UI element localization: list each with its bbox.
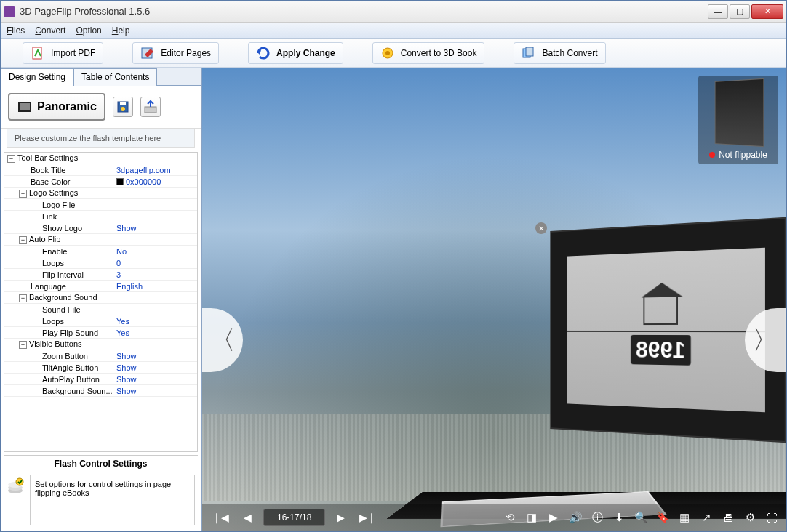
prop-flip-interval-value[interactable]: 3 [113,270,197,279]
svg-point-15 [16,478,23,485]
prop-logo-file-label: Logo File [4,201,113,209]
import-pdf-label: Import PDF [51,48,95,58]
share-icon[interactable]: ↗ [700,511,713,524]
info-icon[interactable]: ⓘ [591,511,604,524]
settings-icon[interactable]: ⚙ [743,511,756,524]
prev-page-button[interactable]: ◀ [241,510,255,525]
prop-enable-label: Enable [4,247,113,256]
convert-3d-icon [380,46,395,60]
group-background-sound: Background Sound [29,293,97,302]
template-area: Panoramic [1,86,201,129]
prop-language-label: Language [4,282,113,291]
download-icon[interactable]: ⬇ [612,511,626,524]
batch-convert-button[interactable]: Batch Convert [514,42,605,64]
panoramic-label: Panoramic [37,100,97,113]
autoplay-icon[interactable]: ▶ [547,511,560,524]
property-tree[interactable]: −Tool Bar Settings Book Title3dpageflip.… [4,152,198,452]
minimize-button[interactable]: — [708,4,728,19]
tilt-angle-icon[interactable]: ◨ [525,511,538,524]
group-auto-flip: Auto Flip [29,235,60,243]
convert-3d-button[interactable]: Convert to 3D Book [372,42,485,64]
apply-change-icon [256,46,271,60]
app-title: 3D PageFlip Professional 1.5.6 [20,6,708,17]
menu-option[interactable]: Option [76,25,101,36]
close-page-button[interactable]: ✕ [535,222,547,234]
content-area: Design Setting Table of Contents Panoram… [1,68,786,531]
thumbnails-icon[interactable]: ▦ [678,511,691,524]
save-icon [116,100,130,114]
page-counter[interactable]: 16-17/18 [263,509,325,526]
sidebar: Design Setting Table of Contents Panoram… [1,68,201,531]
menu-files[interactable]: Files [7,25,25,36]
tree-toggle-icon[interactable]: − [19,341,27,349]
panoramic-button[interactable]: Panoramic [8,93,105,121]
menu-help[interactable]: Help [112,25,130,36]
prop-base-color-label: Base Color [4,177,113,186]
sound-icon[interactable]: 🔊 [569,511,582,524]
export-template-button[interactable] [140,97,161,117]
last-page-button[interactable]: ▶❘ [356,510,379,525]
prop-tilt-angle-label: TiltAngle Button [4,363,113,372]
prop-bg-sound-btn-value[interactable]: Show [113,387,197,395]
prop-sound-file-label: Sound File [4,305,113,314]
import-pdf-button[interactable]: Import PDF [23,42,103,64]
panoramic-icon [17,99,33,115]
group-logo-settings: Logo Settings [29,188,78,197]
convert-3d-label: Convert to 3D Book [401,48,477,58]
close-button[interactable]: ✕ [751,4,783,19]
tree-toggle-icon[interactable]: − [19,190,27,198]
prop-base-color-value[interactable]: 0x000000 [113,177,197,186]
print-icon[interactable]: 🖶 [722,511,735,524]
prop-bs-loops-label: Loops [4,317,113,326]
tab-design-setting[interactable]: Design Setting [1,68,73,86]
svg-rect-5 [526,47,533,56]
prop-loops-label: Loops [4,259,113,267]
svg-point-3 [385,51,390,55]
menu-convert[interactable]: Convert [35,25,65,36]
flippable-status-text: Not flippable [719,150,767,160]
tree-toggle-icon[interactable]: − [19,236,27,244]
preview-bottom-bar: ❘◀ ◀ 16-17/18 ▶ ▶❘ ⟲ ◨ ▶ 🔊 ⓘ ⬇ 🔍 🔖 ▦ ↗ 🖶… [202,504,786,531]
fullscreen-icon[interactable]: ⛶ [765,511,778,524]
thumbnail-box: Not flippable [698,76,778,164]
prop-zoom-button-value[interactable]: Show [113,352,197,360]
bookmark-icon[interactable]: 🔖 [656,511,669,524]
editor-pages-button[interactable]: Editor Pages [132,42,219,64]
group-visible-buttons: Visible Buttons [29,339,82,348]
prop-book-title-value[interactable]: 3dpageflip.com [113,166,197,174]
maximize-button[interactable]: ▢ [730,4,750,19]
flash-control-title: Flash Control Settings [4,456,198,472]
prop-bg-sound-btn-label: Background Soun... [4,387,113,395]
svg-rect-11 [145,107,156,113]
apply-change-button[interactable]: Apply Change [248,42,343,64]
prop-autoplay-value[interactable]: Show [113,375,197,384]
titlebar: 3D PageFlip Professional 1.5.6 — ▢ ✕ [1,1,786,23]
save-template-button[interactable] [113,97,133,117]
zoom-icon[interactable]: 🔍 [634,511,647,524]
apply-change-label: Apply Change [276,48,335,58]
first-page-button[interactable]: ❘◀ [209,510,232,525]
flash-control-icon [7,477,24,495]
batch-convert-icon [522,46,536,60]
export-icon [143,100,158,114]
app-icon [4,6,15,17]
sidebar-tabs: Design Setting Table of Contents [1,68,201,86]
book-thumbnail[interactable] [715,78,764,147]
tree-toggle-icon[interactable]: − [7,155,15,163]
batch-convert-label: Batch Convert [542,48,597,58]
prop-loops-value[interactable]: 0 [113,259,197,267]
next-page-button[interactable]: ▶ [334,510,348,525]
tree-toggle-icon[interactable]: − [19,294,27,302]
editor-pages-icon [140,46,155,60]
svg-point-10 [121,107,125,111]
tab-table-of-contents[interactable]: Table of Contents [73,68,157,86]
prop-play-flip-sound-value[interactable]: Yes [113,329,197,337]
group-toolbar-settings: Tool Bar Settings [17,153,78,162]
prop-show-logo-value[interactable]: Show [113,224,197,233]
tilt-reset-icon[interactable]: ⟲ [503,511,516,524]
prop-tilt-angle-value[interactable]: Show [113,363,197,372]
prop-bs-loops-value[interactable]: Yes [113,317,197,326]
prop-language-value[interactable]: English [113,282,197,291]
toolbar: Import PDF Editor Pages Apply Change Con… [1,39,786,68]
prop-enable-value[interactable]: No [113,247,197,256]
